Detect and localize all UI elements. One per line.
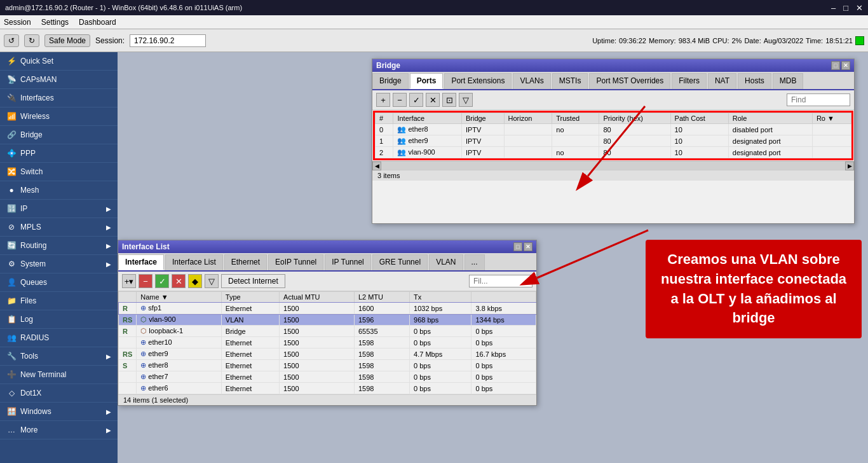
menu-settings[interactable]: Settings [41,18,69,27]
iface-table-row[interactable]: RS ⬡ vlan-900 VLAN 1500 1596 968 bps 134… [119,314,536,326]
sidebar-item-more[interactable]: … More ▶ [0,421,118,439]
bridge-row-ro [812,135,851,147]
bridge-row-bridge: IPTV [461,135,504,147]
iface-table-row[interactable]: R ⊕ sfp1 Ethernet 1500 1600 1032 bps 3.8… [119,303,536,314]
sidebar-item-radius[interactable]: 👥 RADIUS [0,329,118,347]
iface-row-rx: 0 bps [471,383,536,394]
sidebar-item-new-terminal[interactable]: ➕ New Terminal [0,366,118,384]
scroll-right[interactable]: ▶ [845,162,854,170]
iface-table-row[interactable]: ⊕ ether10 Ethernet 1500 1598 0 bps 0 bps [119,337,536,349]
bridge-table-row[interactable]: 0 👥 ether8 IPTV no 80 10 disabled port [376,124,851,135]
tab-iface-ip-tunnel[interactable]: IP Tunnel [325,254,370,270]
tab-iface-vlan[interactable]: VLAN [429,254,463,270]
bridge-check-btn[interactable]: ✓ [409,93,423,107]
bridge-row-num: 0 [376,124,393,135]
iface-row-rx: 0 bps [471,326,536,337]
iface-check-btn[interactable]: ✓ [155,274,169,288]
session-input[interactable] [130,34,206,47]
iface-row-tx: 0 bps [410,360,471,371]
iface-remove-btn[interactable]: − [139,274,153,288]
sidebar-item-bridge[interactable]: 🔗 Bridge [0,126,118,144]
sidebar-item-switch[interactable]: 🔀 Switch [0,163,118,181]
sidebar-item-windows[interactable]: 🪟 Windows ▶ [0,403,118,421]
menu-dashboard[interactable]: Dashboard [79,18,116,27]
iface-table-toolbar: +▾ − ✓ ✕ ◆ ▽ Detect Internet [118,272,536,291]
iface-find-input[interactable] [469,275,532,287]
tab-iface-eoip[interactable]: EoIP Tunnel [268,254,323,270]
iface-row-actual-mtu: 1500 [280,314,355,326]
sidebar-item-routing[interactable]: 🔄 Routing ▶ [0,237,118,255]
bridge-filter-btn[interactable]: ▽ [459,93,473,107]
iface-table-row[interactable]: S ⊕ ether8 Ethernet 1500 1598 0 bps 0 bp… [119,360,536,371]
refresh2-btn[interactable]: ↻ [24,34,39,47]
iface-row-l2-mtu: 65535 [354,326,409,337]
menu-session[interactable]: Session [4,18,31,27]
maximize-btn[interactable]: □ [843,3,848,13]
minimize-btn[interactable]: – [831,3,836,13]
sidebar-item-interfaces[interactable]: 🔌 Interfaces [0,89,118,107]
tab-bridge-ports[interactable]: Ports [410,73,444,89]
tab-bridge-filters[interactable]: Filters [672,73,707,89]
safe-mode-btn[interactable]: Safe Mode [44,34,90,47]
bridge-table-row[interactable]: 2 👥 vlan-900 IPTV no 80 10 designated po… [376,147,851,158]
scroll-left[interactable]: ◀ [372,162,381,170]
col-tx: Tx [410,292,471,303]
tab-bridge-port-mst[interactable]: Port MST Overrides [589,73,670,89]
iface-yellow-btn[interactable]: ◆ [188,274,202,288]
sidebar-item-files[interactable]: 📁 Files [0,292,118,310]
iface-x-btn[interactable]: ✕ [172,274,186,288]
sidebar-item-dot1x[interactable]: ◇ Dot1X [0,384,118,403]
tab-bridge-vlans[interactable]: VLANs [513,73,550,89]
sidebar-item-log[interactable]: 📋 Log [0,310,118,329]
refresh-btn[interactable]: ↺ [4,34,19,47]
tab-iface-interface[interactable]: Interface [118,254,164,270]
bridge-add-btn[interactable]: + [376,93,390,107]
iface-table-row[interactable]: ⊕ ether7 Ethernet 1500 1598 0 bps 0 bps [119,371,536,383]
iface-table-row[interactable]: R ⬡ loopback-1 Bridge 1500 65535 0 bps 0… [119,326,536,337]
tab-bridge-mdb[interactable]: MDB [773,73,804,89]
tab-bridge-nat[interactable]: NAT [708,73,736,89]
sidebar-item-quickset[interactable]: ⚡ Quick Set [0,52,118,71]
bridge-row-horizon [504,124,552,135]
bridge-copy-btn[interactable]: ⊡ [442,93,456,107]
sidebar-label-routing: Routing [20,241,46,250]
bridge-scrollbar-h[interactable]: ◀ ▶ [372,161,854,170]
close-btn[interactable]: ✕ [856,3,863,13]
tab-bridge-bridge[interactable]: Bridge [372,73,409,89]
iface-filter-btn[interactable]: ▽ [205,274,219,288]
bridge-table-row[interactable]: 1 👥 ether9 IPTV 80 10 designated port [376,135,851,147]
iface-table-row[interactable]: RS ⊕ ether9 Ethernet 1500 1598 4.7 Mbps … [119,349,536,360]
bridge-close-btn[interactable]: ✕ [841,61,850,70]
sidebar-item-system[interactable]: ⚙ System ▶ [0,255,118,273]
tab-iface-ethernet[interactable]: Ethernet [224,254,267,270]
tab-iface-list[interactable]: Interface List [165,254,223,270]
bridge-x-btn[interactable]: ✕ [426,93,440,107]
iface-row-actual-mtu: 1500 [280,303,355,314]
bridge-find-input[interactable] [787,93,850,106]
iface-window-titlebar[interactable]: Interface List □ ✕ [118,240,536,253]
iface-row-tx: 0 bps [410,383,471,394]
tab-iface-more[interactable]: ... [465,254,485,270]
sidebar-item-wireless[interactable]: 📶 Wireless [0,107,118,126]
iface-table-row[interactable]: ⊕ ether6 Ethernet 1500 1598 0 bps 0 bps [119,383,536,394]
bridge-remove-btn[interactable]: − [393,93,407,107]
tab-iface-gre[interactable]: GRE Tunnel [372,254,428,270]
tab-bridge-mstis[interactable]: MSTIs [552,73,588,89]
iface-restore-btn[interactable]: □ [513,242,522,251]
bridge-restore-btn[interactable]: □ [831,61,840,70]
bridge-window-titlebar[interactable]: Bridge □ ✕ [372,59,854,72]
iface-row-rx: 16.7 kbps [471,349,536,360]
sidebar-item-tools[interactable]: 🔧 Tools ▶ [0,347,118,366]
iface-close-btn[interactable]: ✕ [524,242,532,251]
sidebar-item-ip[interactable]: 🔢 IP ▶ [0,200,118,218]
sidebar-item-capsman[interactable]: 📡 CAPsMAN [0,71,118,89]
detect-internet-btn[interactable]: Detect Internet [221,274,285,288]
tab-bridge-hosts[interactable]: Hosts [738,73,771,89]
sidebar-item-mesh[interactable]: ● Mesh [0,181,118,200]
bridge-row-ro [812,147,851,158]
sidebar-item-ppp[interactable]: 💠 PPP [0,144,118,163]
iface-add-btn[interactable]: +▾ [122,274,136,288]
tab-bridge-port-ext[interactable]: Port Extensions [444,73,512,89]
sidebar-item-mpls[interactable]: ⊘ MPLS ▶ [0,218,118,237]
sidebar-item-queues[interactable]: 👤 Queues [0,273,118,292]
